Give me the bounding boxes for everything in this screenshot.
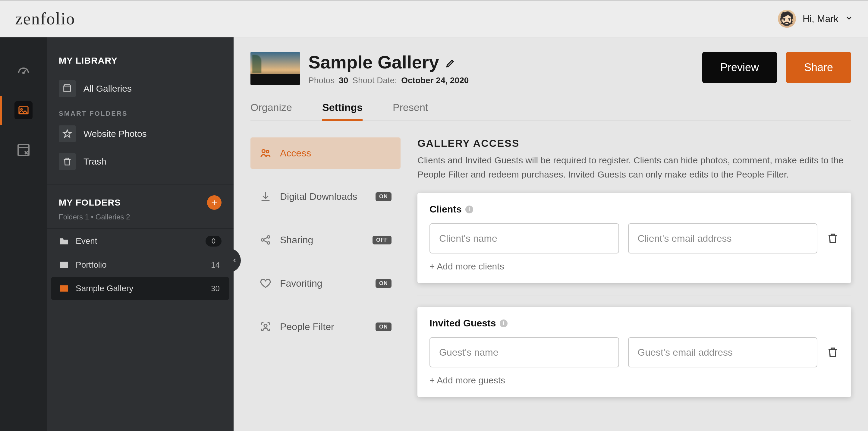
- clients-label: Clients: [430, 204, 462, 215]
- gallery-access-desc: Clients and Invited Guests will be requi…: [417, 153, 851, 181]
- delete-client-button[interactable]: [827, 232, 839, 245]
- add-more-clients[interactable]: + Add more clients: [430, 261, 504, 272]
- divider: [417, 295, 851, 296]
- info-icon[interactable]: i: [500, 319, 507, 327]
- folder-icon: [59, 236, 69, 246]
- share-icon: [259, 234, 272, 246]
- sidebar-item-label: All Galleries: [84, 84, 132, 94]
- my-folders-sub: Folders 1 • Galleries 2: [47, 212, 234, 228]
- user-menu[interactable]: 🧔🏻 Hi, Mark: [778, 10, 853, 28]
- gallery-meta: Photos 30 Shoot Date: October 24, 2020: [308, 75, 469, 85]
- edit-title-icon[interactable]: [445, 52, 456, 73]
- chevron-down-icon: [845, 14, 853, 23]
- settings-digital-downloads[interactable]: Digital Downloads ON: [250, 181, 401, 212]
- settings-menu: Access Digital Downloads ON Sharing OFF …: [250, 137, 401, 397]
- guests-card: Invited Guests i + Add more guests: [417, 307, 851, 397]
- sidebar-all-galleries[interactable]: All Galleries: [47, 75, 234, 102]
- status-badge: ON: [375, 279, 392, 288]
- settings-access[interactable]: Access: [250, 137, 401, 169]
- sidebar: MY LIBRARY All Galleries SMART FOLDERS W…: [47, 37, 234, 431]
- sidebar-item-label: Website Photos: [84, 129, 147, 139]
- folder-label: Portfolio: [76, 260, 107, 270]
- folder-event[interactable]: Event 0: [47, 229, 234, 253]
- sidebar-website-photos[interactable]: Website Photos: [47, 120, 234, 148]
- preview-button[interactable]: Preview: [702, 52, 777, 83]
- tab-settings[interactable]: Settings: [322, 96, 363, 121]
- folder-label: Sample Gallery: [76, 284, 133, 293]
- rail-galleries[interactable]: [14, 101, 33, 119]
- guest-email-input[interactable]: [628, 337, 818, 367]
- svg-rect-4: [64, 86, 71, 91]
- add-folder-button[interactable]: +: [207, 195, 221, 210]
- add-more-guests[interactable]: + Add more guests: [430, 375, 505, 386]
- galleries-icon: [59, 80, 76, 97]
- main-content: Sample Gallery Photos 30 Shoot Date: Oct…: [234, 37, 868, 431]
- folder-count: 30: [211, 284, 221, 293]
- sidebar-trash[interactable]: Trash: [47, 148, 234, 176]
- image-icon: [59, 260, 69, 270]
- folder-count: 0: [206, 236, 221, 247]
- folder-label: Event: [76, 236, 97, 246]
- svg-point-7: [262, 150, 265, 153]
- user-greeting: Hi, Mark: [803, 13, 838, 24]
- rail-dashboard[interactable]: [14, 61, 33, 80]
- trash-icon: [59, 153, 76, 170]
- status-badge: OFF: [373, 236, 392, 244]
- clients-card: Clients i + Add more clients: [417, 193, 851, 283]
- delete-guest-button[interactable]: [827, 346, 839, 359]
- client-name-input[interactable]: [430, 223, 619, 253]
- info-icon[interactable]: i: [465, 206, 473, 213]
- settings-favoriting[interactable]: Favoriting ON: [250, 268, 401, 299]
- sidebar-library-title: MY LIBRARY: [47, 56, 234, 75]
- star-icon: [59, 125, 76, 142]
- svg-point-12: [264, 324, 267, 327]
- tab-organize[interactable]: Organize: [250, 96, 292, 121]
- folder-sample-gallery[interactable]: Sample Gallery 30: [51, 277, 229, 300]
- folder-count: 14: [211, 260, 221, 270]
- status-badge: ON: [375, 192, 392, 201]
- sidebar-item-label: Trash: [84, 156, 106, 167]
- tabs: Organize Settings Present: [250, 96, 851, 121]
- svg-rect-6: [60, 285, 68, 291]
- settings-people-filter[interactable]: People Filter ON: [250, 311, 401, 342]
- image-icon: [59, 283, 69, 294]
- gallery-title: Sample Gallery: [308, 52, 439, 73]
- face-scan-icon: [259, 321, 272, 333]
- heart-icon: [259, 277, 272, 289]
- rail-website[interactable]: [14, 141, 33, 159]
- status-badge: ON: [375, 322, 392, 331]
- gallery-access-title: GALLERY ACCESS: [417, 137, 851, 149]
- svg-point-0: [23, 72, 24, 73]
- icon-rail: [0, 37, 47, 431]
- svg-point-8: [267, 150, 269, 153]
- my-folders-title: MY FOLDERS: [59, 197, 121, 208]
- gallery-thumbnail[interactable]: [250, 52, 300, 85]
- share-button[interactable]: Share: [786, 52, 851, 83]
- settings-content: GALLERY ACCESS Clients and Invited Guest…: [417, 137, 851, 397]
- download-icon: [259, 190, 272, 203]
- avatar: 🧔🏻: [778, 10, 796, 28]
- svg-rect-5: [60, 262, 68, 268]
- logo[interactable]: zenfolio: [15, 9, 75, 28]
- client-email-input[interactable]: [628, 223, 818, 253]
- guests-label: Invited Guests: [430, 318, 496, 329]
- guest-name-input[interactable]: [430, 337, 619, 367]
- smart-folders-label: SMART FOLDERS: [47, 102, 234, 120]
- people-icon: [259, 147, 272, 159]
- tab-present[interactable]: Present: [393, 96, 428, 121]
- folder-portfolio[interactable]: Portfolio 14: [47, 253, 234, 277]
- top-header: zenfolio 🧔🏻 Hi, Mark: [0, 0, 868, 37]
- settings-sharing[interactable]: Sharing OFF: [250, 224, 401, 255]
